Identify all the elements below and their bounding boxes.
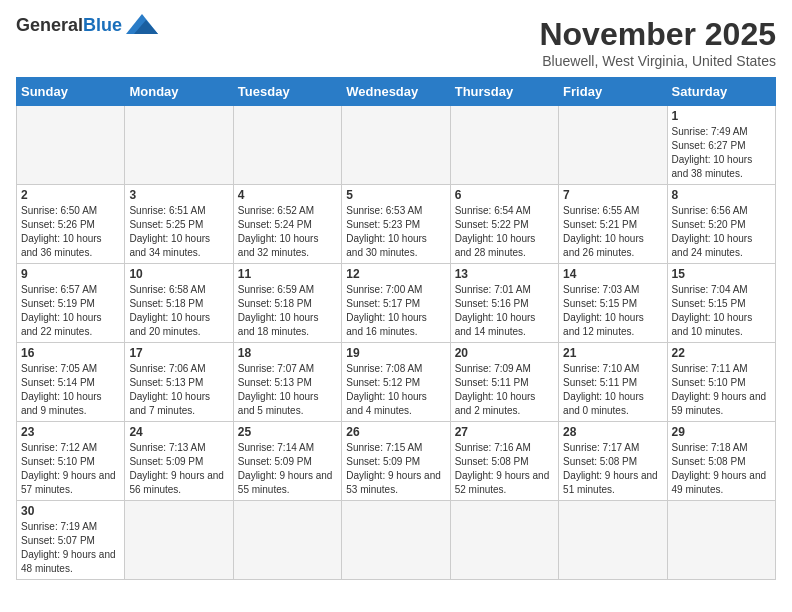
calendar-cell: 13Sunrise: 7:01 AM Sunset: 5:16 PM Dayli… xyxy=(450,264,558,343)
calendar-cell xyxy=(125,106,233,185)
calendar-cell xyxy=(450,106,558,185)
day-number: 6 xyxy=(455,188,554,202)
day-number: 15 xyxy=(672,267,771,281)
header-friday: Friday xyxy=(559,78,667,106)
day-info: Sunrise: 7:19 AM Sunset: 5:07 PM Dayligh… xyxy=(21,520,120,576)
day-number: 7 xyxy=(563,188,662,202)
day-info: Sunrise: 6:53 AM Sunset: 5:23 PM Dayligh… xyxy=(346,204,445,260)
day-info: Sunrise: 7:09 AM Sunset: 5:11 PM Dayligh… xyxy=(455,362,554,418)
calendar-cell: 15Sunrise: 7:04 AM Sunset: 5:15 PM Dayli… xyxy=(667,264,775,343)
day-number: 8 xyxy=(672,188,771,202)
calendar-cell: 1Sunrise: 7:49 AM Sunset: 6:27 PM Daylig… xyxy=(667,106,775,185)
day-info: Sunrise: 6:58 AM Sunset: 5:18 PM Dayligh… xyxy=(129,283,228,339)
calendar-cell: 22Sunrise: 7:11 AM Sunset: 5:10 PM Dayli… xyxy=(667,343,775,422)
day-info: Sunrise: 7:49 AM Sunset: 6:27 PM Dayligh… xyxy=(672,125,771,181)
day-number: 24 xyxy=(129,425,228,439)
day-info: Sunrise: 6:50 AM Sunset: 5:26 PM Dayligh… xyxy=(21,204,120,260)
page-header: GeneralBlue November 2025 Bluewell, West… xyxy=(16,16,776,69)
day-number: 18 xyxy=(238,346,337,360)
weekday-header-row: Sunday Monday Tuesday Wednesday Thursday… xyxy=(17,78,776,106)
header-wednesday: Wednesday xyxy=(342,78,450,106)
month-title: November 2025 xyxy=(539,16,776,53)
day-number: 28 xyxy=(563,425,662,439)
header-sunday: Sunday xyxy=(17,78,125,106)
calendar-row: 30Sunrise: 7:19 AM Sunset: 5:07 PM Dayli… xyxy=(17,501,776,580)
calendar-row: 2Sunrise: 6:50 AM Sunset: 5:26 PM Daylig… xyxy=(17,185,776,264)
day-info: Sunrise: 7:11 AM Sunset: 5:10 PM Dayligh… xyxy=(672,362,771,418)
day-number: 26 xyxy=(346,425,445,439)
day-number: 22 xyxy=(672,346,771,360)
calendar-cell xyxy=(342,501,450,580)
day-number: 25 xyxy=(238,425,337,439)
day-info: Sunrise: 6:54 AM Sunset: 5:22 PM Dayligh… xyxy=(455,204,554,260)
calendar-cell xyxy=(125,501,233,580)
calendar-cell: 19Sunrise: 7:08 AM Sunset: 5:12 PM Dayli… xyxy=(342,343,450,422)
calendar-cell: 24Sunrise: 7:13 AM Sunset: 5:09 PM Dayli… xyxy=(125,422,233,501)
calendar-cell: 2Sunrise: 6:50 AM Sunset: 5:26 PM Daylig… xyxy=(17,185,125,264)
day-number: 12 xyxy=(346,267,445,281)
day-number: 21 xyxy=(563,346,662,360)
day-number: 9 xyxy=(21,267,120,281)
calendar-cell xyxy=(667,501,775,580)
day-number: 13 xyxy=(455,267,554,281)
day-number: 27 xyxy=(455,425,554,439)
day-info: Sunrise: 7:16 AM Sunset: 5:08 PM Dayligh… xyxy=(455,441,554,497)
calendar-row: 9Sunrise: 6:57 AM Sunset: 5:19 PM Daylig… xyxy=(17,264,776,343)
day-number: 4 xyxy=(238,188,337,202)
day-number: 2 xyxy=(21,188,120,202)
calendar-cell: 4Sunrise: 6:52 AM Sunset: 5:24 PM Daylig… xyxy=(233,185,341,264)
day-number: 19 xyxy=(346,346,445,360)
day-info: Sunrise: 7:15 AM Sunset: 5:09 PM Dayligh… xyxy=(346,441,445,497)
calendar-cell: 6Sunrise: 6:54 AM Sunset: 5:22 PM Daylig… xyxy=(450,185,558,264)
calendar-cell xyxy=(233,501,341,580)
day-info: Sunrise: 7:07 AM Sunset: 5:13 PM Dayligh… xyxy=(238,362,337,418)
calendar-cell: 27Sunrise: 7:16 AM Sunset: 5:08 PM Dayli… xyxy=(450,422,558,501)
calendar-cell: 10Sunrise: 6:58 AM Sunset: 5:18 PM Dayli… xyxy=(125,264,233,343)
calendar-cell: 28Sunrise: 7:17 AM Sunset: 5:08 PM Dayli… xyxy=(559,422,667,501)
day-info: Sunrise: 7:12 AM Sunset: 5:10 PM Dayligh… xyxy=(21,441,120,497)
logo-icon xyxy=(126,14,158,34)
calendar-cell xyxy=(342,106,450,185)
calendar-cell: 3Sunrise: 6:51 AM Sunset: 5:25 PM Daylig… xyxy=(125,185,233,264)
calendar-row: 1Sunrise: 7:49 AM Sunset: 6:27 PM Daylig… xyxy=(17,106,776,185)
calendar-cell: 11Sunrise: 6:59 AM Sunset: 5:18 PM Dayli… xyxy=(233,264,341,343)
calendar-row: 16Sunrise: 7:05 AM Sunset: 5:14 PM Dayli… xyxy=(17,343,776,422)
day-number: 3 xyxy=(129,188,228,202)
title-block: November 2025 Bluewell, West Virginia, U… xyxy=(539,16,776,69)
day-number: 17 xyxy=(129,346,228,360)
day-info: Sunrise: 7:05 AM Sunset: 5:14 PM Dayligh… xyxy=(21,362,120,418)
day-number: 10 xyxy=(129,267,228,281)
calendar-cell: 20Sunrise: 7:09 AM Sunset: 5:11 PM Dayli… xyxy=(450,343,558,422)
day-number: 5 xyxy=(346,188,445,202)
calendar-cell: 17Sunrise: 7:06 AM Sunset: 5:13 PM Dayli… xyxy=(125,343,233,422)
day-number: 30 xyxy=(21,504,120,518)
day-number: 23 xyxy=(21,425,120,439)
calendar-cell: 25Sunrise: 7:14 AM Sunset: 5:09 PM Dayli… xyxy=(233,422,341,501)
calendar-row: 23Sunrise: 7:12 AM Sunset: 5:10 PM Dayli… xyxy=(17,422,776,501)
calendar-cell: 16Sunrise: 7:05 AM Sunset: 5:14 PM Dayli… xyxy=(17,343,125,422)
day-info: Sunrise: 7:06 AM Sunset: 5:13 PM Dayligh… xyxy=(129,362,228,418)
calendar-cell: 23Sunrise: 7:12 AM Sunset: 5:10 PM Dayli… xyxy=(17,422,125,501)
day-info: Sunrise: 7:13 AM Sunset: 5:09 PM Dayligh… xyxy=(129,441,228,497)
day-number: 16 xyxy=(21,346,120,360)
day-info: Sunrise: 7:04 AM Sunset: 5:15 PM Dayligh… xyxy=(672,283,771,339)
day-number: 20 xyxy=(455,346,554,360)
day-number: 11 xyxy=(238,267,337,281)
day-info: Sunrise: 7:08 AM Sunset: 5:12 PM Dayligh… xyxy=(346,362,445,418)
calendar-cell xyxy=(233,106,341,185)
day-info: Sunrise: 7:03 AM Sunset: 5:15 PM Dayligh… xyxy=(563,283,662,339)
day-info: Sunrise: 7:10 AM Sunset: 5:11 PM Dayligh… xyxy=(563,362,662,418)
calendar-cell: 18Sunrise: 7:07 AM Sunset: 5:13 PM Dayli… xyxy=(233,343,341,422)
day-number: 29 xyxy=(672,425,771,439)
day-info: Sunrise: 7:17 AM Sunset: 5:08 PM Dayligh… xyxy=(563,441,662,497)
day-info: Sunrise: 6:52 AM Sunset: 5:24 PM Dayligh… xyxy=(238,204,337,260)
day-info: Sunrise: 7:00 AM Sunset: 5:17 PM Dayligh… xyxy=(346,283,445,339)
day-info: Sunrise: 6:56 AM Sunset: 5:20 PM Dayligh… xyxy=(672,204,771,260)
logo-text: GeneralBlue xyxy=(16,16,122,34)
logo: GeneralBlue xyxy=(16,16,158,34)
day-number: 14 xyxy=(563,267,662,281)
calendar-cell xyxy=(559,501,667,580)
location: Bluewell, West Virginia, United States xyxy=(539,53,776,69)
header-thursday: Thursday xyxy=(450,78,558,106)
day-info: Sunrise: 6:55 AM Sunset: 5:21 PM Dayligh… xyxy=(563,204,662,260)
